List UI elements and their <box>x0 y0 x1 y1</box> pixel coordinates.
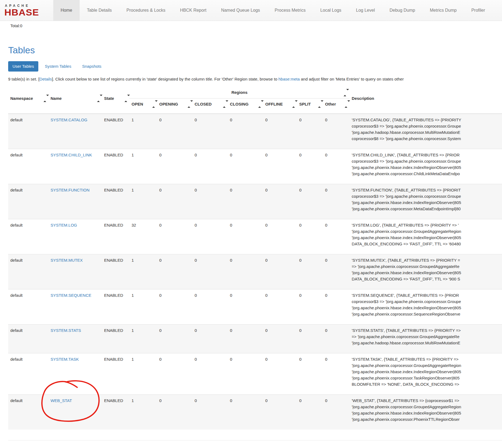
open-count[interactable]: 1 <box>129 289 157 325</box>
other-count[interactable]: 0 <box>323 353 350 395</box>
opening-count[interactable]: 0 <box>157 353 192 395</box>
opening-count[interactable]: 0 <box>157 254 192 289</box>
table-name-link[interactable]: SYSTEM.CHILD_LINK <box>51 153 92 157</box>
closed-count[interactable]: 0 <box>192 289 228 325</box>
nav-item-process-metrics[interactable]: Process Metrics <box>267 0 313 21</box>
col-header-namespace[interactable]: Namespace <box>8 87 48 114</box>
col-header-name[interactable]: Name <box>48 87 102 114</box>
offline-count[interactable]: 0 <box>263 254 297 289</box>
closing-count[interactable]: 0 <box>228 395 263 430</box>
col-header-split[interactable]: SPLIT <box>297 98 323 114</box>
offline-count[interactable]: 0 <box>263 289 297 325</box>
open-count[interactable]: 1 <box>129 254 157 289</box>
split-count[interactable]: 0 <box>297 289 323 325</box>
split-count[interactable]: 0 <box>297 149 323 184</box>
offline-count[interactable]: 0 <box>263 219 297 254</box>
closing-count[interactable]: 0 <box>228 353 263 395</box>
offline-count[interactable]: 0 <box>263 149 297 184</box>
split-count[interactable]: 0 <box>297 254 323 289</box>
opening-count[interactable]: 0 <box>157 114 192 149</box>
col-header-closed[interactable]: CLOSED <box>192 98 228 114</box>
split-count[interactable]: 0 <box>297 219 323 254</box>
other-count[interactable]: 0 <box>323 254 350 289</box>
split-count[interactable]: 0 <box>297 114 323 149</box>
other-count[interactable]: 0 <box>323 325 350 353</box>
other-count[interactable]: 0 <box>323 114 350 149</box>
open-count[interactable]: 1 <box>129 114 157 149</box>
opening-count[interactable]: 0 <box>157 395 192 430</box>
tab-system-tables[interactable]: System Tables <box>40 61 76 72</box>
sort-icon[interactable] <box>97 96 100 101</box>
col-header-offline[interactable]: OFFLINE <box>263 98 297 114</box>
opening-count[interactable]: 0 <box>157 184 192 219</box>
closing-count[interactable]: 0 <box>228 219 263 254</box>
sort-icon[interactable] <box>223 102 226 106</box>
closed-count[interactable]: 0 <box>192 395 228 430</box>
opening-count[interactable]: 0 <box>157 325 192 353</box>
nav-item-log-level[interactable]: Log Level <box>349 0 382 21</box>
col-header-opening[interactable]: OPENING <box>157 98 192 114</box>
closing-count[interactable]: 0 <box>228 325 263 353</box>
table-name-link[interactable]: SYSTEM.STATS <box>51 328 81 333</box>
col-header-state[interactable]: State <box>102 87 129 114</box>
table-name-link[interactable]: SYSTEM.TASK <box>51 357 79 362</box>
sort-icon[interactable] <box>345 102 347 106</box>
details-link[interactable]: Details <box>39 77 52 81</box>
table-name-link[interactable]: SYSTEM.SEQUENCE <box>51 293 91 298</box>
col-header-other[interactable]: Other <box>323 98 350 114</box>
closed-count[interactable]: 0 <box>192 114 228 149</box>
table-name-link[interactable]: WEB_STAT <box>51 398 72 403</box>
sort-icon[interactable] <box>152 102 155 106</box>
nav-item-named-queue-logs[interactable]: Named Queue Logs <box>214 0 267 21</box>
closed-count[interactable]: 0 <box>192 219 228 254</box>
nav-item-procedures-locks[interactable]: Procedures & Locks <box>119 0 173 21</box>
opening-count[interactable]: 0 <box>157 289 192 325</box>
offline-count[interactable]: 0 <box>263 353 297 395</box>
closing-count[interactable]: 0 <box>228 149 263 184</box>
hbase-meta-link[interactable]: hbase:meta <box>278 77 300 81</box>
closing-count[interactable]: 0 <box>228 289 263 325</box>
table-name-link[interactable]: SYSTEM.FUNCTION <box>51 188 89 192</box>
table-name-link[interactable]: SYSTEM.MUTEX <box>51 258 83 262</box>
open-count[interactable]: 1 <box>129 149 157 184</box>
sort-icon[interactable] <box>124 96 127 101</box>
split-count[interactable]: 0 <box>297 325 323 353</box>
other-count[interactable]: 0 <box>323 395 350 430</box>
nav-item-metrics-dump[interactable]: Metrics Dump <box>422 0 464 21</box>
offline-count[interactable]: 0 <box>263 114 297 149</box>
nav-item-home[interactable]: Home <box>53 0 80 21</box>
nav-item-hbck-report[interactable]: HBCK Report <box>173 0 214 21</box>
closed-count[interactable]: 0 <box>192 149 228 184</box>
closed-count[interactable]: 0 <box>192 325 228 353</box>
sort-icon[interactable] <box>344 90 346 95</box>
tab-user-tables[interactable]: User Tables <box>8 61 38 72</box>
col-header-regions-group[interactable]: Regions <box>129 87 350 98</box>
other-count[interactable]: 0 <box>323 149 350 184</box>
nav-item-local-logs[interactable]: Local Logs <box>313 0 348 21</box>
split-count[interactable]: 0 <box>297 395 323 430</box>
table-name-link[interactable]: SYSTEM.LOG <box>51 223 77 227</box>
closed-count[interactable]: 0 <box>192 184 228 219</box>
hbase-logo[interactable]: APACHE HBASE <box>0 0 51 21</box>
offline-count[interactable]: 0 <box>263 184 297 219</box>
sort-icon[interactable] <box>318 102 321 106</box>
nav-item-debug-dump[interactable]: Debug Dump <box>382 0 422 21</box>
nav-item-table-details[interactable]: Table Details <box>80 0 119 21</box>
col-header-closing[interactable]: CLOSING <box>228 98 263 114</box>
sort-icon[interactable] <box>188 102 190 106</box>
closed-count[interactable]: 0 <box>192 353 228 395</box>
opening-count[interactable]: 0 <box>157 219 192 254</box>
other-count[interactable]: 0 <box>323 289 350 325</box>
closing-count[interactable]: 0 <box>228 254 263 289</box>
col-header-open[interactable]: OPEN <box>129 98 157 114</box>
sort-icon[interactable] <box>43 96 46 101</box>
other-count[interactable]: 0 <box>323 219 350 254</box>
table-name-link[interactable]: SYSTEM.CATALOG <box>51 118 87 122</box>
tab-snapshots[interactable]: Snapshots <box>78 61 106 72</box>
sort-icon[interactable] <box>292 102 295 106</box>
split-count[interactable]: 0 <box>297 184 323 219</box>
open-count[interactable]: 1 <box>129 325 157 353</box>
other-count[interactable]: 0 <box>323 184 350 219</box>
offline-count[interactable]: 0 <box>263 325 297 353</box>
open-count[interactable]: 32 <box>129 219 157 254</box>
